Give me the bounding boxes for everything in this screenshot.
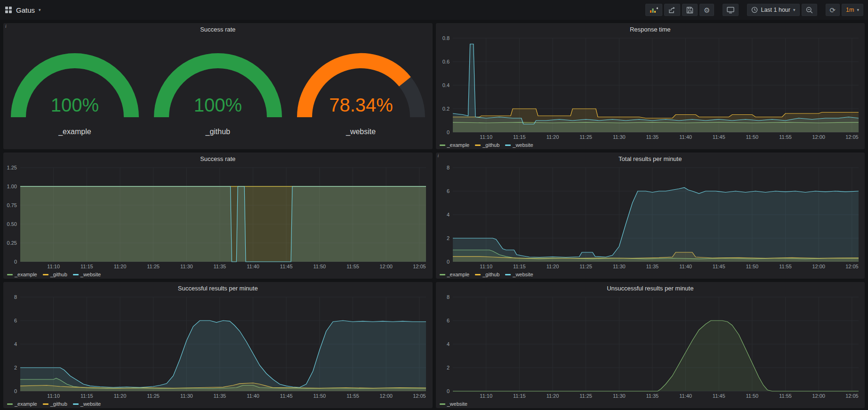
gauge-label: _example <box>58 128 91 136</box>
x-tick-label: 11:20 <box>546 134 559 140</box>
x-tick-label: 12:05 <box>845 134 859 140</box>
chart-canvas[interactable]: 0246811:1011:1511:2011:2511:3011:3511:40… <box>436 165 865 270</box>
monitor-icon <box>727 7 734 14</box>
legend-item[interactable]: _github <box>475 142 499 148</box>
legend-item[interactable]: _example <box>440 272 470 277</box>
zoom-out-icon <box>806 7 813 14</box>
legend-item[interactable]: _example <box>7 401 37 407</box>
gauge: 100% _github <box>150 41 286 136</box>
panel-header: Total results per minute <box>436 153 865 165</box>
chart-canvas[interactable]: 00.250.500.751.001.2511:1011:1511:2011:2… <box>3 165 433 270</box>
x-tick-label: 11:55 <box>779 264 792 269</box>
panel-title[interactable]: Successful results per minute <box>178 285 258 292</box>
panel-title[interactable]: Unsuccessful results per minute <box>607 285 693 292</box>
x-tick-label: 11:25 <box>147 264 160 269</box>
y-tick-label: 4 <box>446 341 449 347</box>
time-range-picker[interactable]: Last 1 hour ▾ <box>747 4 799 16</box>
add-panel-button[interactable] <box>645 4 662 16</box>
share-dashboard-button[interactable] <box>664 4 680 16</box>
y-tick-label: 0.25 <box>7 240 17 246</box>
panel-title[interactable]: Total results per minute <box>619 155 682 162</box>
legend-item[interactable]: _github <box>475 272 499 277</box>
dashboard-caret-down-icon[interactable]: ▾ <box>39 8 41 12</box>
zoom-out-button[interactable] <box>802 4 817 16</box>
x-tick-label: 12:00 <box>812 134 825 140</box>
y-tick-label: 8 <box>446 294 449 300</box>
y-tick-label: 0.8 <box>442 35 449 41</box>
y-tick-label: 0.4 <box>442 82 449 88</box>
panel-title[interactable]: Response time <box>630 26 671 33</box>
cycle-view-button[interactable] <box>723 4 739 16</box>
x-tick-label: 11:15 <box>513 264 525 269</box>
x-tick-label: 11:50 <box>746 264 758 269</box>
chart-canvas[interactable]: 00.20.40.60.811:1011:1511:2011:2511:3011… <box>436 35 865 141</box>
legend-item[interactable]: _website <box>505 142 533 148</box>
gauge: 100% _example <box>7 41 143 136</box>
x-tick-label: 11:30 <box>612 134 625 140</box>
chart-legend: _example_github_website <box>436 270 865 279</box>
x-tick-label: 11:55 <box>779 393 792 399</box>
x-tick-label: 11:50 <box>746 393 758 399</box>
y-tick-label: 2 <box>446 235 449 241</box>
save-icon <box>686 7 693 14</box>
panel-title[interactable]: Success rate <box>200 26 235 33</box>
gauge-label: _github <box>205 128 230 136</box>
panel-info-icon[interactable]: i <box>5 24 7 29</box>
y-tick-label: 1.25 <box>7 165 17 170</box>
navbar-brand-area: Gatus ▾ <box>5 6 41 14</box>
panel-body: 0246811:1011:1511:2011:2511:3011:3511:40… <box>3 294 433 408</box>
dashboard-grid-icon[interactable] <box>5 6 12 14</box>
x-tick-label: 11:40 <box>679 393 692 399</box>
y-tick-label: 0.6 <box>442 59 449 64</box>
x-tick-label: 11:55 <box>346 393 359 399</box>
refresh-button[interactable]: ⟳ <box>826 4 840 16</box>
legend-item[interactable]: _github <box>43 272 67 277</box>
clock-icon <box>751 7 758 13</box>
legend-item[interactable]: _website <box>73 401 101 407</box>
dashboard-title[interactable]: Gatus <box>16 6 35 14</box>
dashboard-settings-button[interactable]: ⚙ <box>699 4 714 16</box>
panel-body: 00.250.500.751.001.2511:1011:1511:2011:2… <box>3 165 433 279</box>
x-tick-label: 12:00 <box>379 264 393 269</box>
y-tick-label: 0 <box>14 259 17 265</box>
chart-canvas[interactable]: 0246811:1011:1511:2011:2511:3011:3511:40… <box>436 294 865 400</box>
x-tick-label: 11:25 <box>579 393 592 399</box>
legend-series-color <box>43 274 48 275</box>
legend-item[interactable]: _example <box>7 272 37 277</box>
gauge-value: 100% <box>194 95 242 115</box>
legend-series-color <box>7 274 13 275</box>
x-tick-label: 12:05 <box>413 393 426 399</box>
x-tick-label: 11:15 <box>80 393 93 399</box>
panel-header: Successful results per minute <box>3 282 433 294</box>
x-tick-label: 11:35 <box>214 393 226 399</box>
x-tick-label: 11:10 <box>480 264 492 269</box>
gear-icon: ⚙ <box>704 7 710 14</box>
panel-header: Unsuccessful results per minute <box>436 282 865 294</box>
x-tick-label: 11:30 <box>180 393 193 399</box>
legend-item[interactable]: _website <box>73 272 101 277</box>
legend-item[interactable]: _website <box>440 401 467 407</box>
refresh-interval-value: 1m <box>846 7 854 13</box>
y-tick-label: 4 <box>446 212 449 217</box>
panel-title[interactable]: Success rate <box>200 155 235 162</box>
x-tick-label: 11:25 <box>147 393 160 399</box>
y-tick-label: 0 <box>446 129 449 135</box>
panel-body: 100% _example 100% _github 78.34% _websi… <box>3 35 433 149</box>
panel-header: Success rate <box>3 23 433 35</box>
y-tick-label: 2 <box>446 365 449 370</box>
refresh-interval-picker[interactable]: 1m ▾ <box>842 4 863 16</box>
legend-item[interactable]: _example <box>440 142 470 148</box>
time-range-caret-down-icon: ▾ <box>793 8 796 12</box>
chart-canvas[interactable]: 0246811:1011:1511:2011:2511:3011:3511:40… <box>3 294 433 400</box>
navbar-actions: ⚙ Last 1 hour ▾ <box>645 4 863 16</box>
legend-item[interactable]: _website <box>505 272 533 277</box>
y-tick-label: 0 <box>14 388 17 394</box>
x-tick-label: 11:10 <box>47 264 60 269</box>
chart-legend: _example_github_website <box>3 270 433 279</box>
save-dashboard-button[interactable] <box>682 4 698 16</box>
gauge-value: 100% <box>51 95 99 115</box>
panel-info-icon[interactable]: i <box>438 153 439 158</box>
legend-item[interactable]: _github <box>43 401 67 407</box>
x-tick-label: 12:00 <box>812 264 825 269</box>
x-tick-label: 11:40 <box>247 393 259 399</box>
